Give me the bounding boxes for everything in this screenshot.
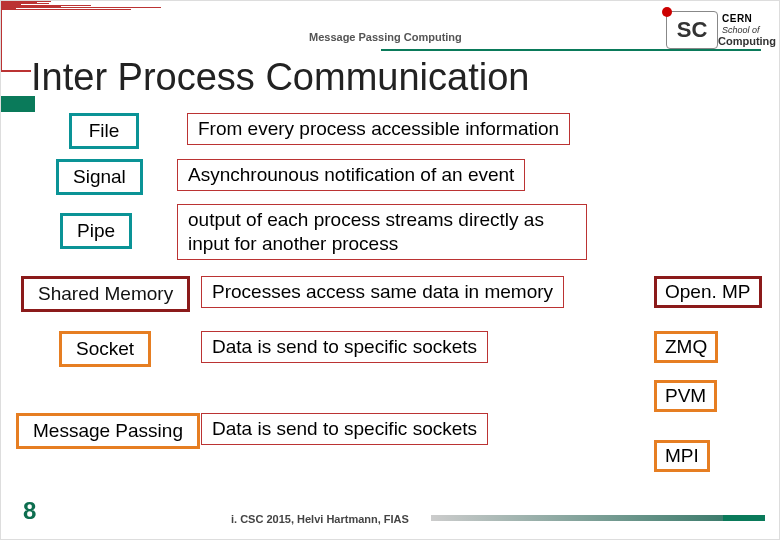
logo-school: School of [722,25,760,35]
connector-msg-vert [1,10,2,70]
label-socket: Socket [59,331,151,367]
label-shared: Shared Memory [21,276,190,312]
logo: SC CERN School of Computing [666,11,761,66]
row-msgpass: Message Passing [16,413,200,449]
connector-zmq [1,7,161,8]
desc-signal-wrap: Asynchrounous notification of an event [177,159,525,191]
tag-mpi: MPI [654,440,710,472]
tag-pvm: PVM [654,380,717,412]
slide: Message Passing Computing SC CERN School… [0,0,780,540]
desc-msgpass-wrap: Data is send to specific sockets [201,413,488,445]
label-signal: Signal [56,159,143,195]
desc-pipe: output of each process streams directly … [177,204,587,260]
row-shared: Shared Memory [21,276,190,312]
footer-credit: i. CSC 2015, Helvi Hartmann, FIAS [231,513,409,525]
tag-zmq: ZMQ [654,331,718,363]
row-pipe: Pipe [60,213,132,249]
header-label: Message Passing Computing [309,31,462,43]
desc-socket-wrap: Data is send to specific sockets [201,331,488,363]
desc-shared: Processes access same data in memory [201,276,564,308]
footer-accent-icon [723,515,765,521]
row-file: File [69,113,139,149]
logo-dot-icon [662,7,672,17]
row-signal: Signal [56,159,143,195]
label-pipe: Pipe [60,213,132,249]
logo-sc: SC [666,11,718,49]
label-file: File [69,113,139,149]
desc-signal: Asynchrounous notification of an event [177,159,525,191]
desc-socket: Data is send to specific sockets [201,331,488,363]
desc-file-wrap: From every process accessible informatio… [187,113,570,145]
desc-file: From every process accessible informatio… [187,113,570,145]
label-msgpass: Message Passing [16,413,200,449]
desc-pipe-wrap: output of each process streams directly … [177,204,587,260]
title-accent-icon [1,96,35,112]
tag-openmp: Open. MP [654,276,762,308]
desc-shared-wrap: Processes access same data in memory [201,276,564,308]
page-title: Inter Process Communication [31,56,529,99]
connector-msg-right [1,9,131,10]
logo-cern: CERN [722,13,752,24]
page-number: 8 [23,497,36,525]
desc-msgpass: Data is send to specific sockets [201,413,488,445]
footer-bar-icon [431,515,731,521]
row-socket: Socket [59,331,151,367]
connector-mpi [1,71,31,72]
logo-computing: Computing [718,35,776,47]
